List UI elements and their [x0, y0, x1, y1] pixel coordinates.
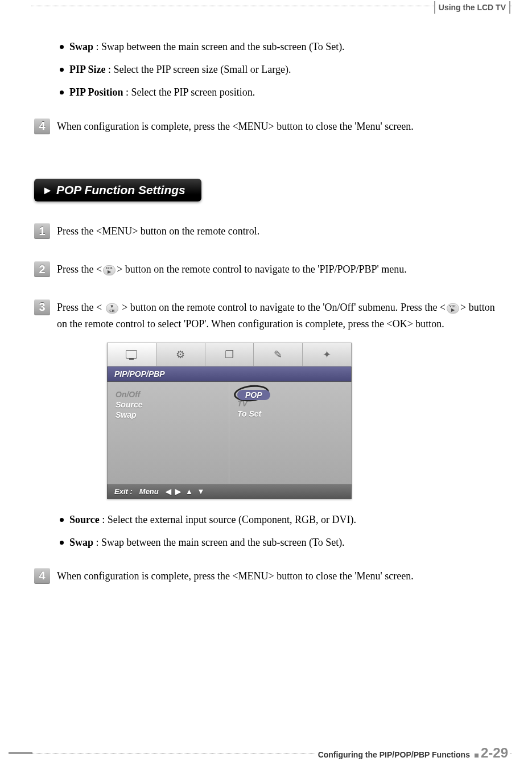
step-number-badge: 3 [34, 299, 50, 315]
page-footer: Configuring the PIP/POP/PBP Functions 2-… [316, 745, 510, 761]
osd-tab-sliders-icon: ⚙ [156, 343, 205, 366]
step-text: When configuration is complete, press th… [57, 568, 498, 584]
vol-right-icon: VOL▶ [103, 265, 116, 275]
page-number: 2-29 [481, 745, 508, 761]
bullet-desc: : Swap between the main screen and the s… [93, 537, 345, 548]
step-number-badge: 4 [34, 568, 50, 584]
bullet-term: PIP Position [69, 87, 123, 98]
bullet-desc: : Select the external input source (Comp… [100, 514, 356, 525]
osd-menu-label: Menu [139, 487, 159, 496]
list-item: Swap : Swap between the main screen and … [60, 40, 498, 54]
vol-right-icon: VOL▶ [447, 303, 459, 314]
list-item: Swap : Swap between the main screen and … [60, 536, 498, 550]
step-text: Press the < ▼CH > button on the remote c… [57, 299, 498, 332]
bullet-term: Source [69, 514, 100, 525]
top-bullet-list: Swap : Swap between the main screen and … [60, 40, 498, 100]
bullet-icon [60, 45, 64, 49]
bullet-term: Swap [69, 537, 93, 548]
osd-row-value: TV [237, 399, 343, 408]
osd-row-label: Swap [116, 410, 221, 419]
step-2: 2 Press the <VOL▶> button on the remote … [34, 261, 498, 278]
osd-row-label: Source [116, 400, 221, 409]
list-item: PIP Size : Select the PIP screen size (S… [60, 63, 498, 77]
bullet-icon [60, 90, 64, 94]
step-number-badge: 2 [34, 261, 50, 277]
list-item: PIP Position : Select the PIP screen pos… [60, 85, 498, 100]
osd-tab-pip-icon: ❐ [205, 343, 254, 366]
osd-footer: Exit : Menu ◀ ▶ ▲ ▼ [107, 484, 352, 499]
osd-tab-tools-icon: ✎ [254, 343, 303, 366]
step-number-badge: 1 [34, 223, 50, 239]
ch-down-icon: ▼CH [106, 303, 118, 314]
bullet-desc: : Select the PIP screen size (Small or L… [106, 64, 291, 75]
section-heading-banner: ▶ POP Function Settings [34, 179, 201, 201]
section-title: POP Function Settings [56, 183, 185, 197]
step-4-top: 4 When configuration is complete, press … [34, 118, 498, 135]
bullet-desc: : Select the PIP screen position. [123, 87, 255, 98]
osd-body: On/Off Source Swap POP TV To Set [107, 382, 352, 484]
bullet-icon [60, 541, 64, 545]
step-text: Press the <MENU> button on the remote co… [57, 223, 498, 240]
banner-arrow-icon: ▶ [44, 186, 51, 195]
step-text: When configuration is complete, press th… [57, 118, 498, 135]
osd-menu-figure: ⚙ ❐ ✎ ✦ PIP/POP/PBP On/Off Source Swap P… [107, 343, 352, 499]
list-item: Source : Select the external input sourc… [60, 513, 498, 527]
osd-row-label: On/Off [116, 390, 221, 399]
osd-exit-label: Exit : [114, 487, 133, 496]
footer-left-rule [9, 752, 32, 754]
step-number-badge: 4 [34, 118, 50, 134]
osd-nav-arrows-icon: ◀ ▶ ▲ ▼ [166, 487, 206, 496]
osd-title-bar: PIP/POP/PBP [107, 367, 352, 382]
step-text: Press the <VOL▶> button on the remote co… [57, 261, 498, 278]
bullet-desc: : Swap between the main screen and the s… [93, 41, 345, 52]
osd-tab-bar: ⚙ ❐ ✎ ✦ [107, 343, 352, 367]
step-4-bottom: 4 When configuration is complete, press … [34, 568, 498, 584]
osd-row-value: To Set [237, 409, 343, 418]
footer-square-icon [475, 754, 479, 758]
osd-tab-settings-icon: ✦ [303, 343, 351, 366]
header-section-tag: Using the LCD TV [434, 1, 510, 14]
step-1: 1 Press the <MENU> button on the remote … [34, 223, 498, 240]
footer-section-title: Configuring the PIP/POP/PBP Functions [318, 750, 470, 759]
bullet-term: Swap [69, 41, 93, 52]
osd-tab-tv-icon [108, 343, 156, 366]
step-3: 3 Press the < ▼CH > button on the remote… [34, 299, 498, 332]
bullet-term: PIP Size [69, 64, 106, 75]
bullet-icon [60, 68, 64, 72]
bullet-icon [60, 518, 64, 522]
bottom-bullet-list: Source : Select the external input sourc… [60, 513, 498, 550]
